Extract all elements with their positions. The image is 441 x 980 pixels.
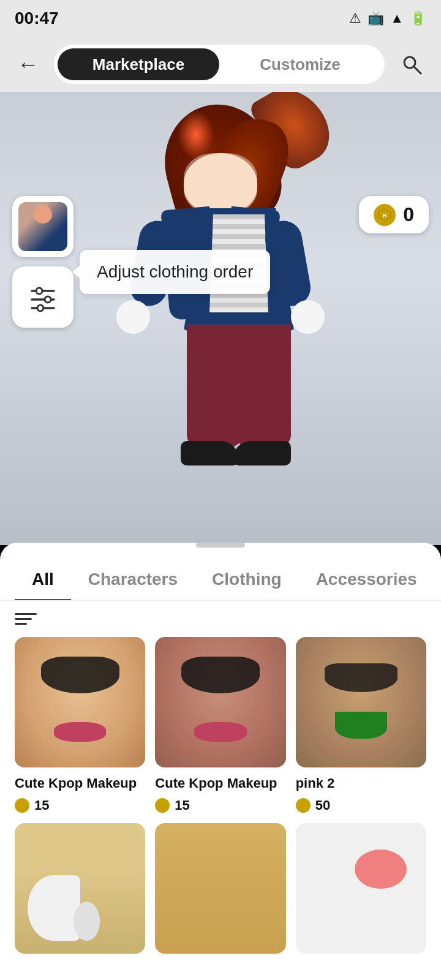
price-robux-icon-3	[296, 798, 311, 813]
adjust-clothing-button[interactable]	[12, 266, 74, 328]
drag-handle[interactable]	[196, 543, 245, 548]
avatar-pants-left	[187, 325, 242, 447]
tab-marketplace[interactable]: Marketplace	[58, 48, 219, 80]
item-price-1: 15	[15, 797, 145, 813]
avatar-pants-right	[236, 325, 291, 447]
hair-blonde-image	[155, 823, 285, 954]
filter-line-3	[15, 623, 27, 625]
face-pink2-image	[296, 637, 426, 767]
adjust-clothing-tooltip: Adjust clothing order	[80, 250, 270, 294]
tab-customize[interactable]: Customize	[219, 48, 381, 80]
face-kpop1-image	[15, 637, 145, 767]
svg-line-1	[414, 67, 421, 74]
item-card-6[interactable]	[296, 823, 426, 961]
item-price-2: 15	[155, 797, 285, 813]
avatar-shoe-left	[181, 441, 239, 466]
svg-point-5	[45, 296, 51, 303]
status-icons: ⚠ 📺 ▲ 🔋	[349, 10, 426, 26]
robux-counter[interactable]: R 0	[359, 196, 429, 233]
item-thumb-3	[296, 637, 426, 767]
price-amount-3: 50	[315, 797, 330, 813]
hair-white-bow-image	[15, 823, 145, 954]
bottom-sheet: All Characters Clothing Accessories He..…	[0, 543, 441, 980]
wifi-icon: ▲	[390, 10, 404, 26]
avatar-thumbnail-button[interactable]	[12, 196, 74, 257]
avatar-hand-left	[116, 300, 150, 334]
status-bar: 00:47 ⚠ 📺 ▲ 🔋	[0, 0, 441, 37]
item-thumb-1	[15, 637, 145, 767]
item-thumb-6	[296, 823, 426, 954]
tab-clothing[interactable]: Clothing	[195, 560, 299, 601]
svg-marker-10	[18, 801, 26, 809]
hair-highlight	[178, 110, 214, 159]
search-button[interactable]	[394, 47, 429, 81]
tab-switcher: Marketplace Customize	[54, 45, 385, 84]
price-robux-icon-1	[15, 798, 29, 813]
robux-icon: R	[374, 204, 396, 226]
svg-marker-11	[159, 801, 167, 809]
avatar-hand-right	[291, 300, 325, 334]
status-time: 00:47	[15, 9, 59, 28]
svg-text:R: R	[383, 213, 387, 219]
tab-characters[interactable]: Characters	[71, 560, 195, 601]
filter-row	[0, 601, 441, 637]
svg-point-3	[36, 288, 42, 294]
app-header: ← Marketplace Customize	[0, 37, 441, 92]
svg-marker-12	[299, 801, 307, 809]
item-thumb-4	[15, 823, 145, 954]
tab-all[interactable]: All	[15, 560, 71, 601]
avatar-mini-preview	[18, 202, 67, 251]
item-card-5[interactable]	[155, 823, 285, 961]
tab-heads[interactable]: He...	[434, 560, 441, 601]
price-robux-icon-2	[155, 798, 170, 813]
item-card-2[interactable]: Cute Kpop Makeup 15	[155, 637, 285, 813]
avatar-shoe-right	[233, 441, 291, 466]
cast-icon: 📺	[368, 10, 384, 26]
item-price-3: 50	[296, 797, 426, 813]
back-button[interactable]: ←	[12, 47, 44, 82]
category-tabs: All Characters Clothing Accessories He..…	[0, 548, 441, 601]
avatar-face	[184, 153, 257, 214]
filter-line-2	[15, 618, 32, 620]
item-name-1: Cute Kpop Makeup	[15, 775, 145, 793]
item-name-3: pink 2	[296, 775, 426, 793]
filter-button[interactable]	[15, 613, 37, 625]
tab-accessories[interactable]: Accessories	[299, 560, 434, 601]
item-card-1[interactable]: Cute Kpop Makeup 15	[15, 637, 145, 813]
price-amount-2: 15	[175, 797, 189, 813]
item-thumb-5	[155, 823, 285, 954]
item-card-3[interactable]: pink 2 50	[296, 637, 426, 813]
avatar-section: Adjust clothing order R 0	[0, 92, 441, 545]
items-grid: Cute Kpop Makeup 15 Cute Kpop Makeup	[0, 637, 441, 976]
notification-icon: ⚠	[349, 10, 361, 26]
face-kpop2-image	[155, 637, 285, 767]
avatar-head	[184, 153, 257, 214]
robux-amount: 0	[403, 203, 414, 226]
avatar-3d	[129, 104, 312, 533]
item-name-2: Cute Kpop Makeup	[155, 775, 285, 793]
item-card-4[interactable]	[15, 823, 145, 961]
battery-icon: 🔋	[410, 10, 426, 26]
price-amount-1: 15	[34, 797, 49, 813]
filter-line-1	[15, 613, 37, 615]
svg-point-7	[37, 305, 43, 311]
hair-pink-bow-image	[296, 823, 426, 954]
item-thumb-2	[155, 637, 285, 767]
